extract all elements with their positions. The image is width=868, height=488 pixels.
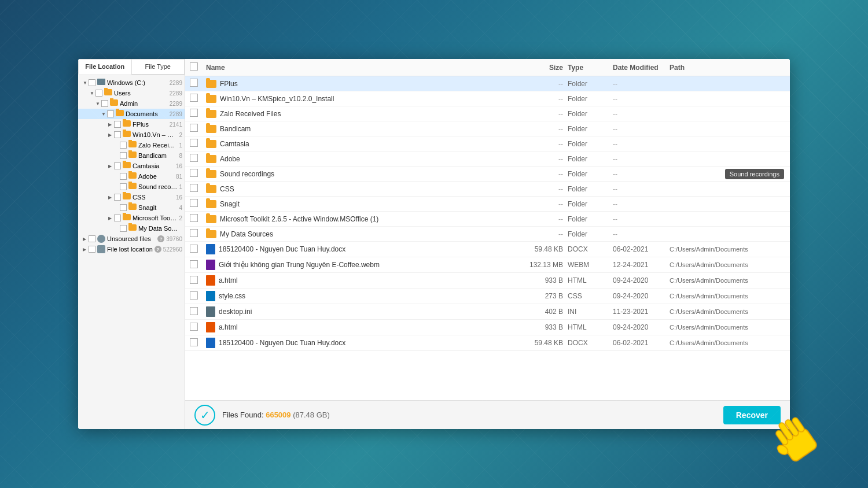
tree-checkbox-snagit[interactable] bbox=[120, 204, 127, 211]
table-row[interactable]: 185120400 - Nguyen Duc Tuan Huy.docx 59.… bbox=[185, 242, 790, 257]
tree-arrow-users: ▼ bbox=[90, 91, 95, 96]
table-row[interactable]: Zalo Received Files -- Folder -- bbox=[185, 106, 790, 121]
tree-count-users: 2289 bbox=[170, 90, 182, 97]
folder-icon bbox=[206, 140, 216, 148]
table-row[interactable]: FPlus -- Folder -- bbox=[185, 76, 790, 91]
table-row[interactable]: Win10.Vn – KMSpico_v10.2.0_Install -- Fo… bbox=[185, 91, 790, 106]
row-checkbox[interactable] bbox=[190, 323, 198, 331]
tree-checkbox-adobe[interactable] bbox=[120, 173, 127, 180]
tree-checkbox-unsourced[interactable] bbox=[89, 235, 95, 242]
html-icon bbox=[206, 275, 215, 286]
row-checkbox[interactable] bbox=[190, 214, 198, 222]
table-row[interactable]: a.html 933 B HTML 09-24-2020 C:/Users/Ad… bbox=[185, 320, 790, 335]
tree-item-file-lost[interactable]: ▶ File lost location ? 522960 bbox=[78, 244, 185, 254]
tree-item-my-data[interactable]: My Data Sources bbox=[78, 223, 185, 234]
row-checkbox[interactable] bbox=[190, 260, 198, 268]
table-row[interactable]: 185120400 - Nguyen Duc Tuan Huy.docx 59.… bbox=[185, 335, 790, 351]
table-row[interactable]: CSS -- Folder -- bbox=[185, 182, 790, 197]
row-checkbox[interactable] bbox=[190, 199, 198, 207]
tree-item-css[interactable]: ▶ CSS 16 bbox=[78, 192, 185, 202]
table-row[interactable]: Snagit -- Folder -- bbox=[185, 197, 790, 212]
tree-checkbox-zalo[interactable] bbox=[120, 142, 127, 149]
row-checkbox[interactable] bbox=[190, 79, 198, 87]
tree-checkbox-windows[interactable] bbox=[89, 79, 95, 86]
row-checkbox[interactable] bbox=[190, 109, 198, 117]
row-checkbox[interactable] bbox=[190, 276, 198, 284]
tree-checkbox-mstoolkit[interactable] bbox=[114, 215, 121, 221]
row-checkbox[interactable] bbox=[190, 229, 198, 237]
tab-file-location[interactable]: File Location bbox=[78, 59, 131, 75]
folder-icon-mydata bbox=[128, 224, 137, 232]
tree-checkbox-documents[interactable] bbox=[107, 110, 114, 117]
tree-item-camtasia[interactable]: ▶ Camtasia 16 bbox=[78, 161, 185, 171]
tree-checkbox-camtasia[interactable] bbox=[114, 162, 121, 169]
row-checkbox[interactable] bbox=[190, 291, 198, 300]
row-checkbox[interactable] bbox=[190, 245, 198, 253]
tree-item-win10[interactable]: ▶ Win10.Vn – KMS… 2 bbox=[78, 130, 185, 140]
file-name: style.css bbox=[219, 292, 517, 300]
tree-item-unsourced[interactable]: ▶ Unsourced files ? 39760 bbox=[78, 234, 185, 244]
tree-item-sound-recordings[interactable]: Sound recordings 1 bbox=[78, 182, 185, 192]
tree-label-windows: Windows (C:) bbox=[107, 79, 168, 86]
table-row[interactable]: a.html 933 B HTML 09-24-2020 C:/Users/Ad… bbox=[185, 273, 790, 289]
file-name: Zalo Received Files bbox=[220, 110, 517, 118]
recover-button[interactable]: Recover bbox=[723, 406, 781, 424]
table-row[interactable]: Giới thiệu không gian Trung Nguyên E-Cof… bbox=[185, 257, 790, 273]
tree-checkbox-win10[interactable] bbox=[114, 131, 121, 138]
folder-icon-zalo bbox=[128, 141, 137, 149]
file-type: Folder bbox=[568, 95, 608, 103]
table-row[interactable]: desktop.ini 402 B INI 11-23-2021 C:/User… bbox=[185, 304, 790, 320]
tree-item-adobe[interactable]: Adobe 81 bbox=[78, 171, 185, 182]
header-checkbox[interactable] bbox=[190, 62, 198, 71]
row-checkbox[interactable] bbox=[190, 169, 198, 177]
folder-icon-mstoolkit bbox=[123, 214, 131, 222]
svg-rect-3 bbox=[784, 419, 800, 437]
tree-checkbox-filelost[interactable] bbox=[89, 246, 95, 253]
tab-file-type[interactable]: File Type bbox=[131, 59, 185, 75]
table-row-sound-recordings[interactable]: Sound recordings -- Folder -- Sound reco… bbox=[185, 167, 790, 182]
tree-checkbox-css[interactable] bbox=[114, 194, 121, 201]
table-row[interactable]: Adobe -- Folder -- bbox=[185, 151, 790, 167]
tree-item-fplus[interactable]: ▶ FPlus 2141 bbox=[78, 119, 185, 130]
tree-item-windows[interactable]: ▼ Windows (C:) 2289 bbox=[78, 77, 185, 88]
tree-item-bandicam[interactable]: Bandicam 8 bbox=[78, 150, 185, 161]
table-row[interactable]: My Data Sources -- Folder -- bbox=[185, 227, 790, 242]
row-checkbox[interactable] bbox=[190, 139, 198, 147]
table-row[interactable]: Bandicam -- Folder -- bbox=[185, 121, 790, 136]
docx-icon bbox=[206, 338, 215, 348]
docx-icon bbox=[206, 244, 215, 254]
file-date: -- bbox=[613, 140, 665, 148]
file-name: Win10.Vn – KMSpico_v10.2.0_Install bbox=[220, 95, 517, 103]
row-checkbox[interactable] bbox=[190, 307, 198, 315]
tree-checkbox-users[interactable] bbox=[95, 90, 102, 97]
table-row[interactable]: Microsoft Toolkit 2.6.5 - Active Window.… bbox=[185, 212, 790, 227]
folder-icon-bandicam bbox=[128, 151, 137, 160]
css-icon bbox=[206, 291, 215, 301]
row-checkbox[interactable] bbox=[190, 154, 198, 162]
folder-icon-win10 bbox=[123, 131, 131, 139]
file-type: HTML bbox=[568, 276, 608, 284]
tree-item-admin[interactable]: ▼ Admin 2289 bbox=[78, 98, 185, 109]
tree-item-snagit[interactable]: Snagit 4 bbox=[78, 202, 185, 213]
tree-checkbox-bandicam[interactable] bbox=[120, 152, 127, 159]
file-size: 132.13 MB bbox=[517, 261, 563, 269]
table-row[interactable]: Camtasia -- Folder -- bbox=[185, 136, 790, 151]
tree-item-users[interactable]: ▼ Users 2289 bbox=[78, 88, 185, 98]
table-row[interactable]: style.css 273 B CSS 09-24-2020 C:/Users/… bbox=[185, 289, 790, 304]
file-type: Folder bbox=[568, 80, 608, 88]
tree-item-zalo[interactable]: Zalo Received Fil… 1 bbox=[78, 140, 185, 150]
tree-checkbox-mydata[interactable] bbox=[120, 225, 127, 232]
tree-checkbox-fplus[interactable] bbox=[114, 121, 121, 128]
file-type: Folder bbox=[568, 185, 608, 193]
row-checkbox[interactable] bbox=[190, 94, 198, 102]
tree-checkbox-sound[interactable] bbox=[120, 183, 127, 190]
row-checkbox[interactable] bbox=[190, 184, 198, 192]
row-checkbox[interactable] bbox=[190, 338, 198, 346]
row-checkbox[interactable] bbox=[190, 124, 198, 132]
file-name: Bandicam bbox=[220, 125, 517, 133]
tree-checkbox-admin[interactable] bbox=[101, 100, 108, 107]
tree-label-win10: Win10.Vn – KMS… bbox=[133, 131, 177, 138]
file-path: C:/Users/Admin/Documents bbox=[670, 293, 785, 300]
tree-item-documents[interactable]: ▼ Documents 2289 bbox=[78, 109, 185, 119]
tree-item-ms-toolkit[interactable]: ▶ Microsoft Toolki… 2 bbox=[78, 213, 185, 223]
